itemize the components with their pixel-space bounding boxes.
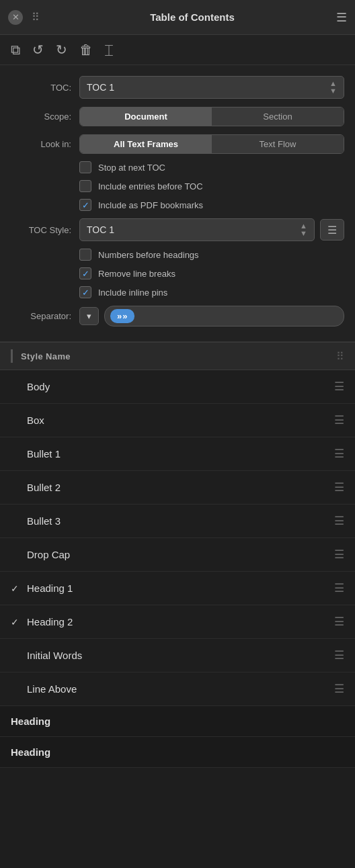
style-name-bar-accent (11, 349, 13, 363)
list-item[interactable]: Initial Words ☰ (0, 639, 355, 672)
include-pdf-bookmarks-row: ✓ Include as PDF bookmarks (0, 196, 355, 214)
toc-select[interactable]: TOC 1 ▲▼ (79, 76, 344, 99)
close-button[interactable]: ✕ (8, 10, 23, 25)
list-item-name-box: Box (27, 415, 334, 426)
remove-line-breaks-label: Remove line breaks (98, 269, 175, 279)
look-in-label: Look in: (11, 139, 71, 149)
duplicate-button[interactable]: ⧉ (11, 42, 20, 58)
include-inline-pins-label: Include inline pins (98, 288, 167, 298)
toc-style-select[interactable]: TOC 1 ▲▼ (79, 218, 315, 241)
list-item-menu-bullet2[interactable]: ☰ (334, 480, 344, 494)
list-item[interactable]: Bullet 2 ☰ (0, 471, 355, 505)
list-item-name-bullet1: Bullet 1 (27, 448, 334, 460)
list-item[interactable]: Bullet 3 ☰ (0, 505, 355, 538)
remove-line-breaks-checkbox[interactable]: ✓ (79, 267, 91, 279)
toc-label: TOC: (11, 83, 71, 93)
numbers-before-headings-row: Numbers before headings (0, 245, 355, 264)
include-before-toc-row: Include entries before TOC (0, 177, 355, 196)
list-item-menu-heading1[interactable]: ☰ (334, 581, 344, 595)
separator-toggle[interactable]: »» (104, 306, 344, 327)
delete-button[interactable]: 🗑 (79, 42, 93, 58)
list-item-menu-heading2[interactable]: ☰ (334, 615, 344, 629)
toc-row: TOC: TOC 1 ▲▼ (0, 72, 355, 103)
style-name-label: Style Name (21, 351, 71, 361)
list-item-menu-initialwords[interactable]: ☰ (334, 648, 344, 662)
list-item[interactable]: ✓ Heading 1 ☰ (0, 572, 355, 605)
scope-segmented-control: Document Section (79, 107, 344, 126)
look-in-all-text-frames-button[interactable]: All Text Frames (80, 135, 212, 153)
include-pdf-bookmarks-checkbox[interactable]: ✓ (79, 199, 91, 211)
title-bar: ✕ ⠿ Table of Contents ☰ (0, 0, 355, 35)
list-item[interactable]: Bullet 1 ☰ (0, 437, 355, 471)
toc-style-row: TOC Style: TOC 1 ▲▼ ☰ (0, 214, 355, 245)
list-item-menu-lineabove[interactable]: ☰ (334, 682, 344, 696)
list-item-name-heading1: Heading 1 (27, 582, 334, 594)
numbers-before-headings-checkbox[interactable] (79, 249, 91, 261)
separator-toggle-inner: »» (110, 309, 134, 323)
form-area: TOC: TOC 1 ▲▼ Scope: Document Section Lo… (0, 65, 355, 342)
stop-next-toc-row: Stop at next TOC (0, 158, 355, 177)
stop-next-toc-checkbox[interactable] (79, 161, 91, 173)
look-in-segmented-control: All Text Frames Text Flow (79, 134, 344, 154)
list-item-menu-body[interactable]: ☰ (334, 380, 344, 394)
bottom-heading-1: Heading (0, 706, 355, 737)
redo-button[interactable]: ↻ (56, 42, 67, 58)
toolbar: ⧉ ↺ ↻ 🗑 ⌶ (0, 35, 355, 65)
separator-dropdown[interactable]: ▾ (79, 307, 99, 325)
scope-document-button[interactable]: Document (80, 107, 212, 126)
undo-button[interactable]: ↺ (32, 42, 44, 58)
include-pdf-bookmarks-label: Include as PDF bookmarks (98, 200, 203, 210)
list-item-menu-dropcap[interactable]: ☰ (334, 548, 344, 562)
toc-style-menu-icon: ☰ (327, 224, 337, 236)
list-item-menu-box[interactable]: ☰ (334, 413, 344, 427)
look-in-row: Look in: All Text Frames Text Flow (0, 130, 355, 158)
list-item-name-bullet2: Bullet 2 (27, 482, 334, 493)
include-before-toc-label: Include entries before TOC (98, 181, 203, 191)
stop-next-toc-label: Stop at next TOC (98, 163, 165, 173)
style-name-header: Style Name ⠿ (0, 342, 355, 370)
include-inline-pins-row: ✓ Include inline pins (0, 283, 355, 302)
cursor-button[interactable]: ⌶ (105, 42, 113, 58)
scope-section-button[interactable]: Section (212, 107, 344, 126)
list-item-name-bullet3: Bullet 3 (27, 515, 334, 527)
list-item-check-heading1: ✓ (11, 583, 27, 594)
look-in-text-flow-button[interactable]: Text Flow (212, 135, 344, 153)
list-item-name-body: Body (27, 381, 334, 392)
list-item-menu-bullet1[interactable]: ☰ (334, 447, 344, 461)
toc-style-menu-button[interactable]: ☰ (320, 219, 344, 241)
separator-label: Separator: (11, 311, 71, 321)
list-item[interactable]: Line Above ☰ (0, 672, 355, 706)
list-item-check-heading2: ✓ (11, 617, 27, 627)
list-item[interactable]: ✓ Heading 2 ☰ (0, 605, 355, 639)
toc-style-value: TOC 1 (87, 224, 114, 235)
separator-row: Separator: ▾ »» (0, 302, 355, 331)
list-item-name-dropcap: Drop Cap (27, 549, 334, 560)
remove-line-breaks-row: ✓ Remove line breaks (0, 264, 355, 283)
list-item[interactable]: Body ☰ (0, 370, 355, 404)
scope-label: Scope: (11, 112, 71, 122)
list-item[interactable]: Drop Cap ☰ (0, 538, 355, 572)
include-inline-pins-checkbox[interactable]: ✓ (79, 286, 91, 298)
bottom-heading-2: Heading (0, 737, 355, 768)
panel-title: Table of Contents (48, 11, 336, 23)
toc-style-label: TOC Style: (11, 225, 71, 235)
grip-icon: ⠿ (30, 10, 42, 25)
style-name-drag-icon: ⠿ (336, 350, 344, 363)
numbers-before-headings-label: Numbers before headings (98, 250, 199, 260)
separator-dropdown-icon: ▾ (87, 311, 91, 321)
panel-menu-button[interactable]: ☰ (336, 10, 347, 25)
list-item-menu-bullet3[interactable]: ☰ (334, 514, 344, 528)
toc-value: TOC 1 (87, 82, 114, 93)
include-before-toc-checkbox[interactable] (79, 180, 91, 192)
scope-row: Scope: Document Section (0, 103, 355, 130)
toc-arrows-icon: ▲▼ (329, 80, 337, 95)
list-item[interactable]: Box ☰ (0, 404, 355, 437)
list-item-name-lineabove: Line Above (27, 683, 334, 695)
style-list: Body ☰ Box ☰ Bullet 1 ☰ Bullet 2 ☰ Bulle… (0, 370, 355, 706)
toc-style-arrows-icon: ▲▼ (300, 222, 307, 237)
list-item-name-initialwords: Initial Words (27, 650, 334, 661)
list-item-name-heading2: Heading 2 (27, 616, 334, 627)
